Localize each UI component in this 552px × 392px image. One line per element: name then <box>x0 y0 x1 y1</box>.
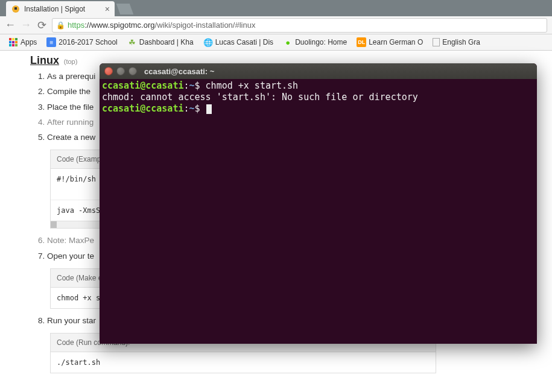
page-icon <box>433 38 440 46</box>
browser-toolbar: ← → ⟳ 🔒 https://www.spigotmc.org/wiki/sp… <box>0 16 552 34</box>
bookmark-label: Lucas Casati | Dis <box>215 38 274 46</box>
dl-icon: DL <box>357 37 366 47</box>
bookmark-english[interactable]: English Gra <box>429 36 484 48</box>
url-path: /wiki/spigot-installation/#linux <box>155 21 256 30</box>
terminal-body[interactable]: ccasati@ccasati:~$ chmod +x start.sh chm… <box>100 79 537 116</box>
code-line[interactable]: ./start.sh <box>51 352 436 373</box>
terminal-titlebar[interactable]: ccasati@ccasati: ~ <box>100 63 537 79</box>
tab-strip: Installation | Spigot × <box>0 0 552 16</box>
bookmark-duolingo[interactable]: ● Duolingo: Home <box>279 36 351 49</box>
bookmark-label: English Gra <box>442 38 480 46</box>
bookmarks-bar: Apps ≡ 2016-2017 School ☘ Dashboard | Kh… <box>0 34 552 51</box>
cursor-icon <box>206 104 212 114</box>
window-close-button[interactable] <box>104 67 113 75</box>
terminal-line: ccasati@ccasati:~$ chmod +x start.sh <box>102 80 535 92</box>
bookmark-dashboard[interactable]: ☘ Dashboard | Kha <box>124 36 197 49</box>
forward-button[interactable]: → <box>21 19 31 31</box>
url-scheme: https <box>68 21 84 30</box>
terminal-line: chmod: cannot access 'start.sh': No such… <box>102 92 535 103</box>
tab-title: Installation | Spigot <box>24 5 85 13</box>
terminal-window[interactable]: ccasati@ccasati: ~ ccasati@ccasati:~$ ch… <box>100 63 537 344</box>
url-host: ://www.spigotmc.org <box>84 21 154 30</box>
tab-close-icon[interactable]: × <box>105 4 110 14</box>
globe-icon: 🌐 <box>203 37 213 47</box>
section-heading-linux[interactable]: Linux <box>30 54 59 67</box>
step-5-text: Create a new <box>47 133 95 142</box>
lock-icon: 🔒 <box>56 21 65 30</box>
docs-icon: ≡ <box>46 37 56 47</box>
terminal-title: ccasati@ccasati: ~ <box>144 67 214 76</box>
bookmark-apps[interactable]: Apps <box>5 36 40 49</box>
leaf-icon: ☘ <box>127 37 137 47</box>
window-minimize-button[interactable] <box>116 67 125 75</box>
bookmark-label: Duolingo: Home <box>295 38 347 46</box>
top-link[interactable]: (top) <box>64 58 78 65</box>
owl-icon: ● <box>283 37 293 47</box>
bookmark-german[interactable]: DL Learn German O <box>353 36 427 49</box>
step-8-text: Run your star <box>47 316 96 325</box>
browser-tab[interactable]: Installation | Spigot × <box>6 1 115 16</box>
svg-rect-1 <box>14 7 17 10</box>
step-7-text: Open your te <box>47 251 94 261</box>
apps-icon <box>8 37 18 47</box>
bookmark-label: Dashboard | Kha <box>139 38 194 46</box>
bookmark-lucas[interactable]: 🌐 Lucas Casati | Dis <box>200 36 278 49</box>
new-tab-button[interactable] <box>116 4 134 14</box>
bookmark-label: Learn German O <box>369 38 423 46</box>
bookmark-label: Apps <box>21 38 37 46</box>
bookmark-label: 2016-2017 School <box>59 38 117 46</box>
back-button[interactable]: ← <box>5 19 16 31</box>
bookmark-school[interactable]: ≡ 2016-2017 School <box>43 36 121 49</box>
address-bar[interactable]: 🔒 https://www.spigotmc.org/wiki/spigot-i… <box>52 18 547 33</box>
tab-favicon <box>11 4 21 14</box>
reload-button[interactable]: ⟳ <box>36 19 47 32</box>
terminal-prompt: ccasati@ccasati:~$ <box>102 103 535 115</box>
window-maximize-button[interactable] <box>128 67 137 75</box>
